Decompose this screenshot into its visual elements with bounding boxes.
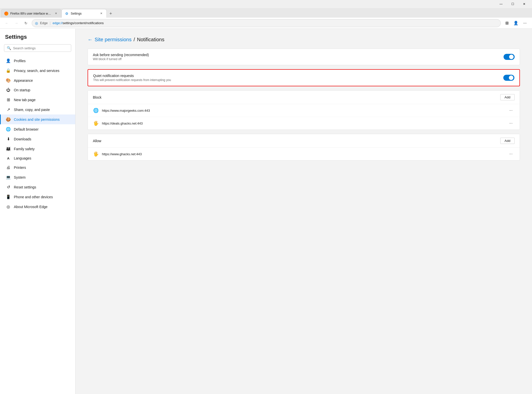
sidebar-label-family-safety: Family safety — [14, 147, 34, 151]
profiles-icon: 👤 — [6, 58, 11, 63]
sidebar-item-languages[interactable]: A Languages — [0, 154, 75, 163]
sidebar-item-privacy[interactable]: 🔒 Privacy, search, and services — [0, 66, 75, 75]
family-safety-icon: 👨‍👩‍👧 — [6, 146, 11, 151]
tab-bar: Firefox 89's user interface will be ✕ ⚙ … — [0, 8, 532, 18]
sidebar-label-system: System — [14, 175, 26, 179]
sidebar-item-on-startup[interactable]: ⏻ On startup — [0, 85, 75, 95]
address-url: edge://settings/content/notifications — [53, 21, 104, 25]
sidebar-label-phone: Phone and other devices — [14, 195, 53, 199]
forward-button[interactable]: → — [13, 19, 20, 27]
quiet-notification-info: Quiet notification requests This will pr… — [93, 74, 503, 82]
sidebar-item-downloads[interactable]: ⬇ Downloads — [0, 134, 75, 144]
ask-before-sending-row: Ask before sending (recommended) Will bl… — [88, 49, 520, 65]
about-icon: ◎ — [6, 204, 11, 209]
ask-before-sending-title: Ask before sending (recommended) — [93, 53, 504, 57]
sidebar-item-system[interactable]: 💻 System — [0, 172, 75, 182]
profile-button[interactable]: 👤 — [512, 19, 520, 27]
quiet-notification-toggle[interactable] — [503, 75, 514, 81]
address-bar-input[interactable]: ◎ Edge | edge://settings/content/notific… — [32, 19, 501, 27]
tab-settings[interactable]: ⚙ Settings ✕ — [61, 9, 107, 18]
sidebar-label-about: About Microsoft Edge — [14, 205, 48, 209]
sidebar-item-new-tab[interactable]: ⊞ New tab page — [0, 95, 75, 105]
browser-chrome: — ☐ ✕ Firefox 89's user interface will b… — [0, 0, 532, 29]
majorgeeks-more-button[interactable]: ··· — [507, 107, 515, 114]
sidebar-label-on-startup: On startup — [14, 88, 30, 92]
back-breadcrumb-button[interactable]: ← — [88, 37, 93, 43]
system-icon: 💻 — [6, 175, 11, 180]
block-add-button[interactable]: Add — [500, 94, 515, 100]
tab-firefox-title: Firefox 89's user interface will be — [10, 12, 52, 15]
breadcrumb-current: Notifications — [137, 37, 164, 43]
new-tab-button[interactable]: + — [107, 10, 115, 18]
sidebar-item-default-browser[interactable]: 🌐 Default browser — [0, 124, 75, 134]
title-bar: — ☐ ✕ — [0, 0, 532, 8]
allow-add-button[interactable]: Add — [500, 138, 515, 144]
sidebar-label-reset: Reset settings — [14, 185, 36, 189]
tab-firefox[interactable]: Firefox 89's user interface will be ✕ — [1, 9, 61, 18]
quiet-notification-card: Quiet notification requests This will pr… — [88, 69, 520, 86]
downloads-icon: ⬇ — [6, 137, 11, 141]
sidebar-label-downloads: Downloads — [14, 137, 31, 141]
extensions-button[interactable]: ⊞ — [503, 19, 511, 27]
close-button[interactable]: ✕ — [518, 0, 530, 8]
sidebar-item-phone[interactable]: 📱 Phone and other devices — [0, 192, 75, 202]
ask-before-sending-desc: Will block if turned off — [93, 57, 504, 61]
sidebar-label-share: Share, copy, and paste — [14, 108, 50, 112]
majorgeeks-favicon: 🌐 — [93, 107, 99, 113]
block-section-header: Block Add — [88, 91, 520, 104]
sidebar-label-privacy: Privacy, search, and services — [14, 69, 59, 73]
minimize-button[interactable]: — — [495, 0, 507, 8]
search-box[interactable]: 🔍 — [4, 44, 71, 52]
allow-section-card: Allow Add 🖐 https://www.ghacks.net:443 ·… — [88, 134, 520, 161]
toolbar-icons: ⊞ 👤 ··· — [503, 19, 529, 27]
search-icon: 🔍 — [7, 46, 11, 50]
maximize-button[interactable]: ☐ — [507, 0, 518, 8]
ask-before-sending-toggle[interactable] — [504, 54, 515, 60]
tab-firefox-close[interactable]: ✕ — [54, 11, 58, 16]
main-layout: Settings 🔍 👤 Profiles 🔒 Privacy, search,… — [0, 29, 532, 394]
edge-favicon: ⚙ — [65, 12, 69, 16]
ask-before-sending-info: Ask before sending (recommended) Will bl… — [93, 53, 504, 61]
more-button[interactable]: ··· — [521, 19, 529, 27]
default-browser-icon: 🌐 — [6, 127, 11, 132]
sidebar: Settings 🔍 👤 Profiles 🔒 Privacy, search,… — [0, 29, 75, 394]
quiet-notification-desc: This will prevent notification requests … — [93, 78, 503, 82]
refresh-button[interactable]: ↻ — [22, 19, 30, 27]
new-tab-icon: ⊞ — [6, 97, 11, 102]
sidebar-item-profiles[interactable]: 👤 Profiles — [0, 56, 75, 66]
cookies-icon: 🍪 — [6, 117, 11, 122]
ghacks-deals-url: https://deals.ghacks.net:443 — [102, 122, 504, 125]
block-section-card: Block Add 🌐 https://www.majorgeeks.com:4… — [88, 90, 520, 130]
printers-icon: 🖨 — [6, 165, 11, 170]
privacy-icon: 🔒 — [6, 68, 11, 73]
settings-title: Settings — [0, 34, 75, 44]
sidebar-item-family-safety[interactable]: 👨‍👩‍👧 Family safety — [0, 144, 75, 154]
address-bar: ← → ↻ ◎ Edge | edge://settings/content/n… — [0, 18, 532, 29]
ghacks-favicon: 🖐 — [93, 151, 99, 157]
sidebar-item-about[interactable]: ◎ About Microsoft Edge — [0, 202, 75, 212]
breadcrumb-parent[interactable]: Site permissions — [95, 37, 132, 43]
sidebar-item-appearance[interactable]: 🎨 Appearance — [0, 75, 75, 85]
tab-settings-title: Settings — [71, 12, 97, 15]
address-pipe: | — [50, 21, 51, 25]
tab-settings-close[interactable]: ✕ — [99, 11, 103, 16]
sidebar-label-languages: Languages — [14, 156, 31, 160]
sidebar-label-printers: Printers — [14, 166, 26, 170]
ghacks-deals-more-button[interactable]: ··· — [507, 120, 515, 127]
phone-icon: 📱 — [6, 194, 11, 199]
back-button[interactable]: ← — [3, 19, 11, 27]
breadcrumb-separator: / — [134, 37, 135, 43]
sidebar-item-share[interactable]: ↗ Share, copy, and paste — [0, 105, 75, 114]
sidebar-label-cookies: Cookies and site permissions — [14, 117, 60, 122]
sidebar-item-printers[interactable]: 🖨 Printers — [0, 163, 75, 172]
ghacks-more-button[interactable]: ··· — [507, 151, 515, 157]
search-input[interactable] — [13, 46, 68, 50]
allow-site-row-1: 🖐 https://www.ghacks.net:443 ··· — [88, 148, 520, 160]
sidebar-item-cookies[interactable]: 🍪 Cookies and site permissions — [0, 114, 75, 124]
ghacks-deals-favicon: 🖐 — [93, 120, 99, 126]
firefox-favicon — [4, 12, 8, 16]
sidebar-item-reset[interactable]: ↺ Reset settings — [0, 182, 75, 192]
block-site-row-1: 🌐 https://www.majorgeeks.com:443 ··· — [88, 104, 520, 117]
languages-icon: A — [6, 156, 11, 160]
search-box-wrap: 🔍 — [0, 44, 75, 56]
